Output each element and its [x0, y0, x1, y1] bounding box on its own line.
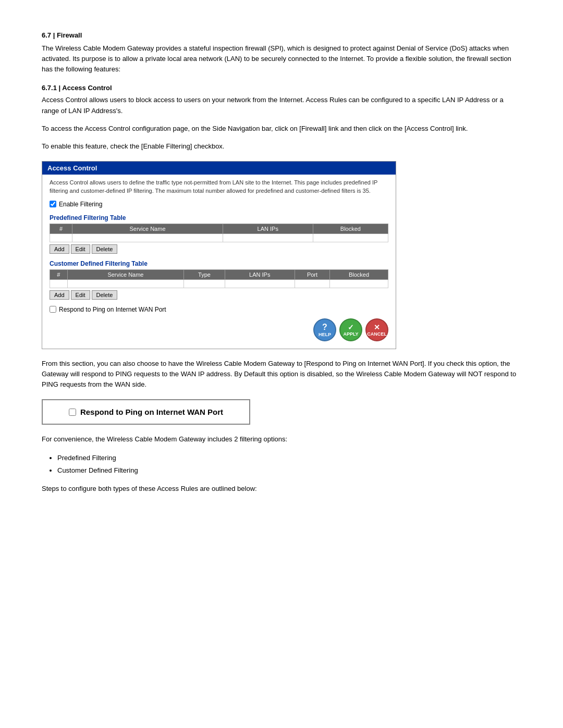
predefined-delete-button[interactable]: Delete	[92, 244, 118, 254]
customer-delete-button[interactable]: Delete	[92, 290, 118, 300]
ac-box-header: Access Control	[42, 162, 396, 175]
list-item: Predefined Filtering	[57, 452, 521, 464]
ac-description: Access Control allows users to define th…	[50, 179, 388, 195]
empty-cell	[72, 233, 223, 242]
col-blocked-customer: Blocked	[330, 269, 388, 279]
col-lan-ips-customer: LAN IPs	[225, 269, 295, 279]
col-blocked-predefined: Blocked	[313, 224, 388, 233]
access-control-box: Access Control Access Control allows use…	[42, 161, 396, 349]
empty-cell	[313, 233, 388, 242]
cancel-icon: ✕	[374, 323, 380, 331]
apply-button[interactable]: ✓ APPLY	[339, 318, 362, 341]
predefined-add-button[interactable]: Add	[50, 244, 69, 254]
predefined-table: # Service Name LAN IPs Blocked	[50, 224, 388, 242]
ping-row: Respond to Ping on Internet WAN Port	[50, 306, 388, 313]
convenience-text: For convenience, the Wireless Cable Mode…	[42, 434, 521, 445]
empty-cell	[223, 233, 313, 242]
empty-cell	[225, 279, 295, 288]
customer-table-label: Customer Defined Filtering Table	[50, 260, 388, 267]
help-icon: ?	[322, 323, 327, 332]
ping-checkbox[interactable]	[50, 306, 56, 313]
table-row	[50, 279, 388, 288]
customer-add-button[interactable]: Add	[50, 290, 69, 300]
apply-label: APPLY	[343, 331, 358, 337]
filtering-options-list: Predefined Filtering Customer Defined Fi…	[57, 452, 521, 476]
nav-instructions: To access the Access Control configurati…	[42, 124, 521, 134]
access-control-intro: Access Control allows users to block acc…	[42, 95, 521, 116]
predefined-edit-button[interactable]: Edit	[71, 244, 90, 254]
col-service-name-predefined: Service Name	[72, 224, 223, 233]
respond-box-text: Respond to Ping on Internet WAN Port	[80, 408, 223, 416]
respond-box: Respond to Ping on Internet WAN Port	[42, 399, 250, 425]
cancel-label: CANCEL	[367, 331, 387, 337]
customer-edit-button[interactable]: Edit	[71, 290, 90, 300]
col-port-customer: Port	[295, 269, 329, 279]
col-hash-predefined: #	[50, 224, 72, 233]
help-label: HELP	[319, 332, 331, 337]
col-type-customer: Type	[184, 269, 225, 279]
empty-cell	[184, 279, 225, 288]
empty-cell	[330, 279, 388, 288]
list-item: Customer Defined Filtering	[57, 464, 521, 476]
enable-feature-text: To enable this feature, check the [Enabl…	[42, 141, 521, 152]
empty-cell	[295, 279, 329, 288]
respond-checkbox[interactable]	[69, 409, 76, 416]
col-lan-ips-predefined: LAN IPs	[223, 224, 313, 233]
predefined-btn-row: Add Edit Delete	[50, 244, 388, 254]
empty-cell	[67, 279, 184, 288]
enable-filtering-checkbox[interactable]	[50, 201, 56, 207]
sub-section-heading: 6.7.1 | Access Control	[42, 84, 521, 92]
table-row	[50, 233, 388, 242]
ping-section-text: From this section, you can also choose t…	[42, 359, 521, 390]
enable-filtering-label: Enable Filtering	[59, 201, 102, 208]
predefined-table-label: Predefined Filtering Table	[50, 214, 388, 221]
customer-table: # Service Name Type LAN IPs Port Blocked	[50, 269, 388, 288]
empty-cell	[50, 279, 68, 288]
section-heading: 6.7 | Firewall	[42, 31, 521, 39]
intro-text: The Wireless Cable Modem Gateway provide…	[42, 43, 521, 75]
help-button[interactable]: ? HELP	[313, 318, 336, 341]
empty-cell	[50, 233, 72, 242]
cancel-button[interactable]: ✕ CANCEL	[365, 318, 388, 341]
steps-text: Steps to configure both types of these A…	[42, 484, 521, 494]
ping-label: Respond to Ping on Internet WAN Port	[59, 306, 166, 313]
apply-icon: ✓	[348, 323, 354, 331]
respond-box-inner: Respond to Ping on Internet WAN Port	[58, 408, 234, 416]
col-hash-customer: #	[50, 269, 68, 279]
enable-filtering-row: Enable Filtering	[50, 201, 388, 208]
action-buttons-row: ? HELP ✓ APPLY ✕ CANCEL	[50, 318, 388, 341]
ac-box-body: Access Control allows users to define th…	[42, 175, 396, 349]
customer-btn-row: Add Edit Delete	[50, 290, 388, 300]
col-service-name-customer: Service Name	[67, 269, 184, 279]
